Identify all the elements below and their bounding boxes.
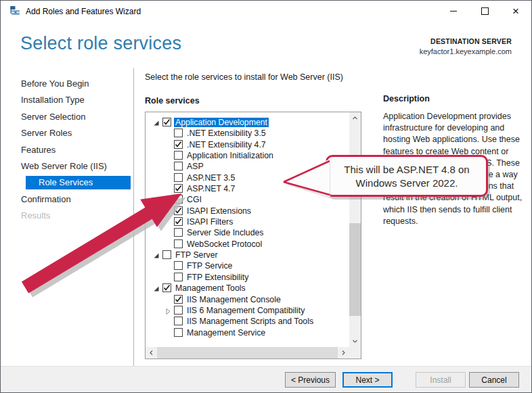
checkbox-websocket-protocol-unchecked[interactable] xyxy=(174,239,183,248)
tree-item-label[interactable]: WebSocket Protocol xyxy=(187,239,262,249)
tree-item-label[interactable]: IIS Management Scripts and Tools xyxy=(187,317,313,326)
callout-text-line2: Windows Server 2022. xyxy=(328,177,486,190)
checkbox-application-development-checked[interactable] xyxy=(162,118,171,126)
tree-item-label[interactable]: Application Initialization xyxy=(187,151,273,160)
wizard-steps-sidebar: Before You BeginInstallation TypeServer … xyxy=(1,76,133,225)
horizontal-scrollbar[interactable] xyxy=(146,347,349,359)
close-icon: × xyxy=(512,5,519,17)
tree-item-label[interactable]: Management Tools xyxy=(175,283,246,293)
vertical-scrollbar[interactable] xyxy=(349,112,361,347)
tree-row-management-service[interactable]: Management Service xyxy=(146,327,349,338)
role-services-tree: Application Development.NET Extensibilit… xyxy=(145,112,361,359)
scroll-up-button[interactable] xyxy=(349,112,361,124)
checkbox-application-initialization-unchecked[interactable] xyxy=(174,151,183,160)
scroll-right-button[interactable] xyxy=(338,347,349,359)
tree-row-isapi-extensions[interactable]: ISAPI Extensions xyxy=(146,206,349,216)
tree-row-asp-net-4-7[interactable]: ASP.NET 4.7 xyxy=(146,183,349,194)
checkbox-iis-6-management-compatibility-unchecked[interactable] xyxy=(174,306,183,315)
horizontal-scroll-thumb[interactable] xyxy=(157,347,338,359)
sidebar-item-installation-type[interactable]: Installation Type xyxy=(1,92,133,108)
tree-row-net-extensibility-3-5[interactable]: .NET Extensibility 3.5 xyxy=(146,128,349,139)
tree-row-isapi-filters[interactable]: ISAPI Filters xyxy=(146,216,349,227)
tree-item-label[interactable]: ASP.NET 4.7 xyxy=(187,184,235,193)
tree-row-cgi[interactable]: CGI xyxy=(146,194,349,205)
tree-row-ftp-service[interactable]: FTP Service xyxy=(146,260,349,271)
minimize-icon xyxy=(450,11,457,11)
tree-item-label[interactable]: Management Service xyxy=(187,328,265,338)
next-button[interactable]: Next > xyxy=(342,372,393,388)
tree-row-websocket-protocol[interactable]: WebSocket Protocol xyxy=(146,239,349,250)
tree-item-label[interactable]: CGI xyxy=(187,195,202,204)
maximize-button[interactable] xyxy=(469,1,500,22)
checkbox-ftp-service-unchecked[interactable] xyxy=(174,261,183,270)
callout-text-line1: This will be ASP.NET 4.8 on xyxy=(328,163,486,177)
tree-item-label[interactable]: .NET Extensibility 4.7 xyxy=(187,140,266,149)
tree-row-net-extensibility-4-7[interactable]: .NET Extensibility 4.7 xyxy=(146,139,349,150)
cancel-button[interactable]: Cancel xyxy=(469,372,519,388)
tree-item-label[interactable]: FTP Service xyxy=(187,261,232,271)
expanded-triangle-icon[interactable] xyxy=(153,252,160,258)
checkbox-net-extensibility-3-5-unchecked[interactable] xyxy=(174,129,183,137)
tree-row-server-side-includes[interactable]: Server Side Includes xyxy=(146,227,349,238)
annotation-callout: This will be ASP.NET 4.8 on Windows Serv… xyxy=(326,155,488,197)
tree-item-label[interactable]: IIS 6 Management Compatibility xyxy=(187,306,305,315)
chevron-right-icon xyxy=(340,349,347,356)
checkbox-isapi-extensions-checked[interactable] xyxy=(174,206,183,215)
sidebar-item-confirmation[interactable]: Confirmation xyxy=(1,191,133,208)
tree-item-label[interactable]: ASP.NET 3.5 xyxy=(187,173,235,183)
checkbox-asp-unchecked[interactable] xyxy=(174,162,183,170)
checkbox-asp-net-4-7-checked[interactable] xyxy=(174,184,183,193)
sidebar-item-server-roles[interactable]: Server Roles xyxy=(1,125,133,141)
sidebar-item-server-selection[interactable]: Server Selection xyxy=(1,109,133,125)
checkbox-ftp-extensibility-unchecked[interactable] xyxy=(174,273,183,281)
tree-item-label[interactable]: FTP Server xyxy=(175,250,218,260)
collapsed-triangle-icon[interactable] xyxy=(164,307,171,314)
title-bar: Add Roles and Features Wizard × xyxy=(1,1,531,22)
checkbox-management-service-unchecked[interactable] xyxy=(174,328,183,337)
tree-item-label[interactable]: ASP xyxy=(187,162,204,171)
checkbox-asp-net-3-5-unchecked[interactable] xyxy=(174,173,183,182)
install-button: Install xyxy=(416,372,466,388)
tree-item-label[interactable]: Server Side Includes xyxy=(187,228,263,237)
tree-row-ftp-server[interactable]: FTP Server xyxy=(146,250,349,260)
expanded-triangle-icon[interactable] xyxy=(153,119,160,126)
sidebar-item-features[interactable]: Features xyxy=(1,142,133,158)
tree-item-label[interactable]: FTP Extensibility xyxy=(187,273,248,282)
tree-row-asp-net-3-5[interactable]: ASP.NET 3.5 xyxy=(146,172,349,183)
scroll-left-button[interactable] xyxy=(146,347,157,359)
sidebar-item-before-you-begin[interactable]: Before You Begin xyxy=(1,76,133,92)
tree-row-iis-6-management-compatibility[interactable]: IIS 6 Management Compatibility xyxy=(146,305,349,316)
checkbox-management-tools-checked[interactable] xyxy=(162,283,171,292)
checkbox-isapi-filters-checked[interactable] xyxy=(174,217,183,226)
previous-button[interactable]: < Previous xyxy=(285,372,336,388)
tree-item-label[interactable]: ISAPI Extensions xyxy=(187,206,251,216)
tree-item-label[interactable]: Application Development xyxy=(174,118,269,127)
close-button[interactable]: × xyxy=(500,1,531,22)
tree-item-label[interactable]: ISAPI Filters xyxy=(187,217,233,227)
tree-item-label[interactable]: .NET Extensibility 3.5 xyxy=(187,129,266,138)
checkbox-cgi-unchecked[interactable] xyxy=(174,195,183,204)
checkbox-iis-management-scripts-and-tools-unchecked[interactable] xyxy=(174,317,183,325)
tree-row-iis-management-console[interactable]: IIS Management Console xyxy=(146,294,349,305)
sidebar-item-web-server-role-iis[interactable]: Web Server Role (IIS) xyxy=(1,158,133,175)
tree-row-application-initialization[interactable]: Application Initialization xyxy=(146,150,349,161)
minimize-button[interactable] xyxy=(438,1,469,22)
tree-row-iis-management-scripts-and-tools[interactable]: IIS Management Scripts and Tools xyxy=(146,316,349,327)
checkbox-iis-management-console-checked[interactable] xyxy=(174,295,183,304)
tree-row-ftp-extensibility[interactable]: FTP Extensibility xyxy=(146,272,349,283)
chevron-down-icon xyxy=(351,338,359,345)
tree-item-label[interactable]: IIS Management Console xyxy=(187,295,281,304)
sidebar-item-role-services[interactable]: Role Services xyxy=(26,176,131,189)
tree-rows: Application Development.NET Extensibilit… xyxy=(146,117,349,338)
expanded-triangle-icon[interactable] xyxy=(153,285,160,292)
chevron-left-icon xyxy=(148,349,155,356)
tree-row-management-tools[interactable]: Management Tools xyxy=(146,283,349,294)
destination-server-block: DESTINATION SERVER keyfactor1.keyexample… xyxy=(420,37,512,55)
tree-row-asp[interactable]: ASP xyxy=(146,161,349,172)
checkbox-net-extensibility-4-7-checked[interactable] xyxy=(174,140,183,149)
tree-row-application-development[interactable]: Application Development xyxy=(146,117,349,128)
vertical-scroll-thumb[interactable] xyxy=(349,223,361,316)
checkbox-server-side-includes-unchecked[interactable] xyxy=(174,228,183,237)
scroll-down-button[interactable] xyxy=(349,336,361,347)
checkbox-ftp-server-unchecked[interactable] xyxy=(162,250,171,259)
